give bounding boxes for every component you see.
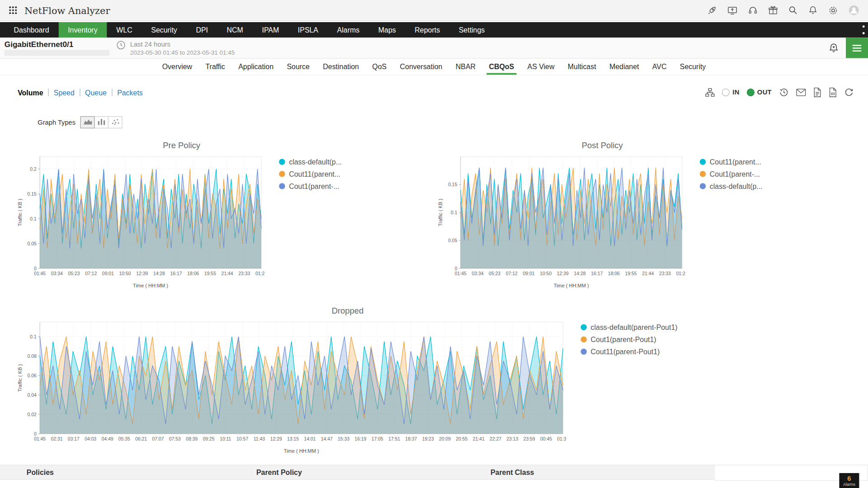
apps-grid-icon[interactable]: [9, 6, 17, 14]
graph-type-area-button[interactable]: [80, 116, 95, 128]
nav-item-settings[interactable]: Settings: [449, 22, 494, 38]
legend-item[interactable]: Cout11(parent-Pout1): [581, 347, 678, 356]
graph-type-bar-button[interactable]: [94, 116, 109, 128]
csv-export-icon[interactable]: [829, 87, 837, 97]
separator: [112, 89, 112, 96]
tab-conversation[interactable]: Conversation: [393, 59, 449, 75]
svg-text:19:55: 19:55: [625, 271, 637, 276]
svg-text:19:55: 19:55: [204, 271, 216, 276]
chart-canvas[interactable]: 01:4503:3405:2307:1209:0110:5012:3914:28…: [15, 151, 264, 291]
legend-item[interactable]: class-default(parent-Pout1): [581, 323, 678, 331]
svg-text:11:43: 11:43: [254, 436, 265, 441]
chart-canvas[interactable]: 01:4502:3103:1704:0304:4905:3506:2107:07…: [15, 316, 566, 456]
hierarchy-icon[interactable]: [705, 88, 715, 97]
rocket-icon[interactable]: [707, 5, 717, 15]
view-tab-packets[interactable]: Packets: [117, 88, 143, 96]
direction-toggle-out[interactable]: OUT: [747, 89, 772, 96]
nav-item-inventory[interactable]: Inventory: [58, 22, 107, 38]
nav-item-wlc[interactable]: WLC: [107, 22, 142, 38]
bell-icon[interactable]: [808, 5, 818, 15]
email-icon[interactable]: [796, 89, 806, 96]
graph-type-scatter-button[interactable]: [108, 116, 123, 128]
refresh-icon[interactable]: [844, 88, 854, 97]
svg-text:Time ( HH:MM ): Time ( HH:MM ): [554, 283, 589, 288]
search-icon[interactable]: [788, 5, 798, 15]
legend-item[interactable]: class-default(p...: [279, 158, 342, 166]
legend-dot: [581, 336, 587, 342]
alarm-bell-icon[interactable]: [828, 42, 839, 53]
view-tab-queue[interactable]: Queue: [85, 88, 107, 96]
time-range-selector[interactable]: Last 24 hours 2023-05-30 01:45 to 2023-0…: [116, 40, 235, 56]
out-radio[interactable]: [747, 89, 755, 96]
svg-text:0.1: 0.1: [451, 210, 458, 215]
view-tab-volume[interactable]: Volume: [18, 88, 43, 96]
pre-policy-chart: Pre Policy 01:4503:3405:2307:1209:0110:5…: [15, 141, 436, 291]
svg-text:0.02: 0.02: [28, 412, 37, 417]
nav-item-dpi[interactable]: DPI: [187, 22, 217, 38]
nav-item-security[interactable]: Security: [142, 22, 186, 38]
view-tab-speed[interactable]: Speed: [54, 88, 75, 96]
tab-application[interactable]: Application: [231, 59, 280, 75]
svg-text:21:44: 21:44: [222, 271, 233, 276]
nav-item-ipsla[interactable]: IPSLA: [288, 22, 328, 38]
tab-qos[interactable]: QoS: [366, 59, 393, 75]
svg-text:0.05: 0.05: [448, 238, 457, 243]
svg-text:05:35: 05:35: [118, 436, 130, 441]
legend-item[interactable]: class-default(p...: [700, 182, 763, 190]
menu-button[interactable]: [846, 38, 868, 58]
direction-toggle-in[interactable]: IN: [722, 89, 740, 96]
svg-text:17:05: 17:05: [372, 436, 383, 441]
nav-item-maps[interactable]: Maps: [369, 22, 406, 38]
tab-medianet[interactable]: Medianet: [603, 59, 646, 75]
legend-item[interactable]: Cout1(parent-...: [279, 182, 342, 190]
tab-as-view[interactable]: AS View: [521, 59, 561, 75]
tab-multicast[interactable]: Multicast: [561, 59, 603, 75]
svg-text:Traffic ( KB ): Traffic ( KB ): [17, 364, 23, 392]
legend-dot: [581, 324, 587, 330]
tab-destination[interactable]: Destination: [316, 59, 366, 75]
nav-item-dashboard[interactable]: Dashboard: [5, 22, 59, 38]
svg-text:06:21: 06:21: [135, 436, 147, 441]
nav-item-alarms[interactable]: Alarms: [328, 22, 369, 38]
chart-canvas[interactable]: 01:4503:3405:2307:1209:0110:5012:3914:28…: [436, 151, 685, 291]
gear-icon[interactable]: [828, 5, 838, 15]
legend-item[interactable]: Cout11(parent...: [700, 158, 763, 166]
out-label: OUT: [757, 89, 772, 96]
in-radio[interactable]: [722, 89, 730, 96]
pdf-export-icon[interactable]: [813, 87, 821, 97]
clock-icon: [116, 40, 126, 50]
tab-traffic[interactable]: Traffic: [199, 59, 232, 75]
user-avatar-icon[interactable]: [849, 5, 859, 15]
tab-source[interactable]: Source: [280, 59, 316, 75]
legend-item[interactable]: Cout1(parent-Pout1): [581, 335, 678, 343]
history-icon[interactable]: [779, 87, 789, 97]
svg-text:01:45: 01:45: [34, 271, 46, 276]
screen-share-icon[interactable]: [727, 5, 737, 15]
tab-overview[interactable]: Overview: [156, 59, 199, 75]
alarms-badge[interactable]: 6 Alarms: [839, 473, 859, 488]
legend-label: class-default(p...: [710, 182, 763, 190]
svg-text:09:01: 09:01: [523, 271, 534, 276]
svg-text:14:01: 14:01: [304, 436, 316, 441]
legend-item[interactable]: Cout11(parent...: [279, 170, 342, 178]
svg-text:08:39: 08:39: [186, 436, 198, 441]
tab-nbar[interactable]: NBAR: [449, 59, 482, 75]
svg-text:12:29: 12:29: [270, 436, 282, 441]
interface-dropdown[interactable]: [5, 50, 110, 56]
bar-chart-icon: [97, 117, 105, 127]
headset-icon[interactable]: [748, 5, 758, 15]
nav-item-ncm[interactable]: NCM: [217, 22, 253, 38]
tab-security[interactable]: Security: [673, 59, 712, 75]
legend-dot: [700, 171, 706, 177]
nav-item-reports[interactable]: Reports: [406, 22, 449, 38]
tab-avc[interactable]: AVC: [646, 59, 673, 75]
gift-icon[interactable]: [769, 5, 778, 15]
in-label: IN: [732, 89, 739, 96]
legend-label: Cout11(parent...: [710, 158, 761, 166]
interface-name[interactable]: GigabitEthernet0/1: [5, 40, 116, 49]
legend-item[interactable]: Cout1(parent-...: [700, 170, 763, 178]
svg-text:22:27: 22:27: [490, 436, 501, 441]
nav-item-ipam[interactable]: IPAM: [253, 22, 288, 38]
alarms-label: Alarms: [843, 483, 855, 487]
tab-cbqos[interactable]: CBQoS: [482, 59, 521, 75]
